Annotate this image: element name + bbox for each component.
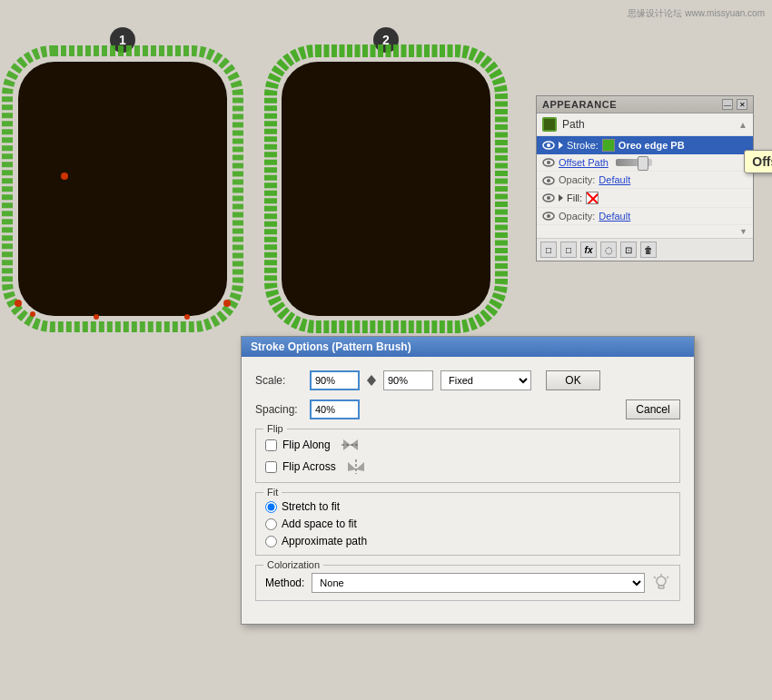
colorization-row: Method: None Tints Tints and Shades Hue … (265, 573, 670, 593)
stroke-label: Stroke: (567, 140, 599, 151)
approx-label: Approximate path (282, 535, 367, 547)
stretch-row: Stretch to fit (265, 500, 670, 513)
svg-marker-26 (351, 439, 358, 450)
opacity-label: Opacity: (559, 174, 595, 185)
fill-expand-triangle (559, 194, 563, 202)
path-icon (542, 117, 557, 132)
scale-label: Scale: (255, 374, 310, 387)
fixed-select[interactable]: Fixed Auto Manual (440, 370, 531, 390)
add-space-radio[interactable] (265, 518, 277, 530)
flip-along-row: Flip Along (265, 437, 670, 453)
ok-button[interactable]: OK (546, 370, 600, 390)
svg-point-23 (547, 214, 550, 218)
offset-tooltip: Offset: -2 px (744, 150, 772, 173)
stroke-color-swatch[interactable] (602, 139, 615, 152)
scale-input-2[interactable] (383, 370, 433, 390)
panel-collapse-btn[interactable]: — (722, 99, 733, 110)
fx-icon[interactable]: fx (580, 242, 597, 258)
opacity2-label: Opacity: (559, 211, 595, 222)
svg-point-12 (547, 143, 550, 147)
flip-along-icon (340, 437, 361, 453)
svg-rect-31 (658, 586, 664, 588)
spacing-input[interactable] (310, 399, 360, 419)
stroke-options-dialog: Stroke Options (Pattern Brush) Scale: Fi… (241, 336, 695, 625)
fill-row[interactable]: Fill: (537, 189, 753, 208)
panel-controls[interactable]: — ✕ (722, 99, 747, 110)
scale-arrows (367, 375, 376, 386)
stroke-eye-icon (542, 141, 555, 150)
svg-point-4 (223, 300, 231, 307)
flip-across-label: Flip Across (282, 460, 336, 473)
flip-along-checkbox[interactable] (265, 439, 277, 451)
figure-1-wrapper (18, 62, 227, 316)
offset-path-link[interactable]: Offset Path (559, 157, 609, 168)
duplicate-icon[interactable]: ⊡ (620, 242, 637, 258)
figure-1-beaded-border (5, 49, 240, 329)
lightbulb-icon[interactable] (652, 574, 670, 592)
panel-close-btn[interactable]: ✕ (737, 99, 747, 110)
offset-path-slider[interactable] (616, 159, 652, 166)
approx-radio[interactable] (265, 536, 277, 547)
add-space-label: Add space to fit (282, 518, 357, 530)
dialog-title: Stroke Options (Pattern Brush) (251, 340, 411, 353)
fill-none-icon (587, 192, 599, 204)
stroke-name: Oreo edge PB (619, 140, 685, 151)
fill-swatch (586, 192, 599, 204)
new-layer-icon[interactable]: □ (540, 242, 557, 258)
figure-2-wrapper (282, 62, 490, 316)
flip-across-checkbox[interactable] (265, 461, 277, 473)
svg-marker-25 (343, 439, 351, 450)
scale-input-1[interactable] (310, 370, 360, 390)
svg-rect-1 (18, 62, 227, 316)
spacing-label: Spacing: (255, 403, 310, 416)
method-select[interactable]: None Tints Tints and Shades Hue Shift (312, 573, 645, 593)
expand-triangle (559, 142, 563, 149)
flip-section: Flip Flip Along Flip Across (255, 429, 680, 483)
offset-path-row[interactable]: Offset Path Offset: -2 px (537, 154, 753, 172)
svg-marker-28 (348, 462, 356, 471)
opacity-row: Opacity: Default (537, 172, 753, 189)
flip-across-icon (345, 458, 367, 475)
figure-1-container: 1 (18, 27, 227, 316)
opacity2-value[interactable]: Default (599, 211, 630, 222)
flip-along-label: Flip Along (282, 439, 331, 451)
flip-legend: Flip (263, 423, 287, 434)
figure-2-beaded-border (269, 49, 503, 329)
approx-row: Approximate path (265, 535, 670, 547)
appearance-panel: APPEARANCE — ✕ Path ▲ Stroke: Oreo edge … (536, 95, 754, 261)
colorization-legend: Colorization (263, 559, 323, 570)
opacity-value[interactable]: Default (599, 174, 630, 185)
fill-text: Fill: (567, 192, 582, 203)
dialog-titlebar: Stroke Options (Pattern Brush) (242, 337, 694, 357)
stroke-row[interactable]: Stroke: Oreo edge PB (537, 136, 753, 154)
svg-point-7 (184, 314, 190, 320)
stretch-label: Stretch to fit (282, 500, 340, 513)
panel-toolbar: □ □ fx ◌ ⊡ 🗑 (537, 238, 753, 261)
method-label: Method: (265, 577, 304, 589)
colorization-section: Colorization Method: None Tints Tints an… (255, 565, 680, 601)
fit-section: Fit Stretch to fit Add space to fit Appr… (255, 492, 680, 556)
delete-icon[interactable]: 🗑 (640, 242, 657, 258)
svg-point-3 (15, 300, 22, 307)
svg-line-33 (654, 577, 656, 578)
opacity2-eye-icon (542, 212, 555, 221)
spacing-row: Spacing: Cancel (255, 399, 680, 419)
cancel-button[interactable]: Cancel (626, 399, 680, 419)
scale-down-arrow (367, 380, 376, 386)
clear-icon[interactable]: ◌ (600, 242, 617, 258)
add-space-row: Add space to fit (265, 518, 670, 530)
watermark: 思缘设计论坛 www.missyuan.com (628, 7, 765, 20)
flip-across-row: Flip Across (265, 458, 670, 475)
svg-point-18 (547, 196, 550, 200)
fit-legend: Fit (263, 487, 282, 498)
stretch-radio[interactable] (265, 501, 277, 513)
scroll-down: ▼ (537, 225, 753, 238)
panel-title: APPEARANCE (542, 99, 617, 110)
dialog-content: Scale: Fixed Auto Manual OK Spacing: Can… (242, 357, 694, 624)
svg-point-8 (61, 173, 68, 180)
fill-eye-icon (542, 193, 555, 202)
scroll-up: ▲ (738, 120, 747, 130)
new-item-icon[interactable]: □ (560, 242, 577, 258)
scale-row: Scale: Fixed Auto Manual OK (255, 370, 680, 390)
svg-line-34 (667, 577, 668, 578)
